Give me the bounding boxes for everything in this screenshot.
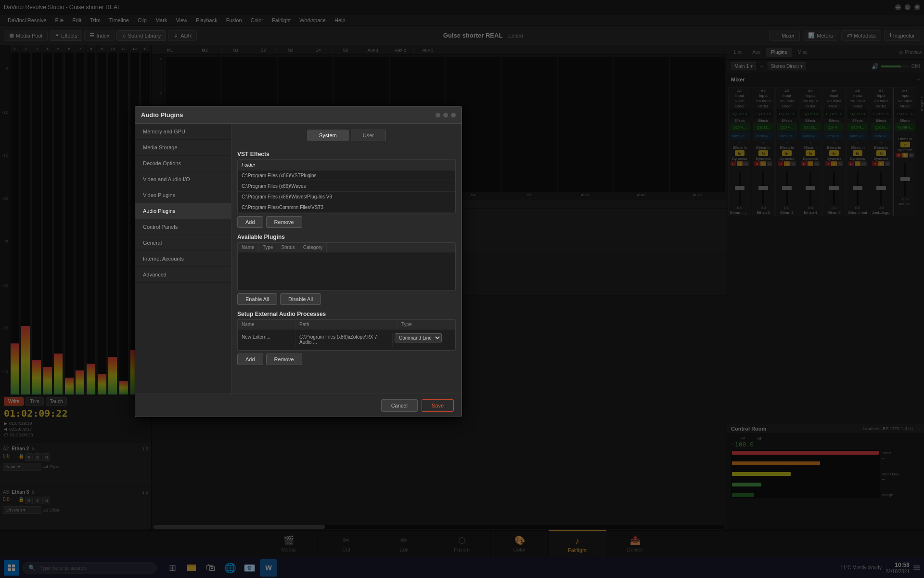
external-processes-table: Name Path Type New Extern... C:\Program …	[237, 319, 456, 351]
system-user-tabs: System User	[237, 130, 456, 141]
dialog-close-button[interactable]	[451, 113, 456, 118]
enable-all-button[interactable]: Enable All	[237, 293, 277, 305]
sidebar-media-storage[interactable]: Media Storage	[135, 140, 231, 156]
folder-vstplugins[interactable]: C:\Program Files (x86)\VSTPlugins	[238, 171, 455, 181]
ext-path: C:\Program Files (x86)\iZotope\RX 7 Audi…	[295, 332, 393, 347]
dialog-maximize-button[interactable]	[443, 113, 448, 118]
audio-plugins-dialog: Audio Plugins Memory and GPU Media Stora…	[135, 106, 462, 417]
remove-folder-button[interactable]: Remove	[266, 216, 302, 228]
ext-type: Command Line Other	[393, 332, 455, 347]
sidebar-general[interactable]: General	[135, 235, 231, 251]
sidebar-control-panels[interactable]: Control Panels	[135, 219, 231, 235]
sidebar-internet-accounts[interactable]: Internet Accounts	[135, 251, 231, 267]
dialog-body: Memory and GPU Media Storage Decode Opti…	[135, 124, 462, 394]
tab-user[interactable]: User	[351, 130, 386, 141]
tab-system[interactable]: System	[307, 130, 349, 141]
ext-type-select[interactable]: Command Line Other	[395, 333, 442, 342]
sidebar-advanced[interactable]: Advanced	[135, 267, 231, 283]
sidebar-memory-gpu[interactable]: Memory and GPU	[135, 124, 231, 140]
dialog-footer: Cancel Save	[135, 394, 462, 417]
folder-waves-v9[interactable]: C:\Program Files (x86)\Waves\Plug-Ins V9	[238, 192, 455, 202]
ext-header: Name Path Type	[238, 320, 455, 329]
dialog-content: System User VST Effects Folder C:\Progra…	[231, 124, 462, 394]
add-ext-button[interactable]: Add	[237, 354, 263, 365]
save-button[interactable]: Save	[422, 399, 454, 412]
plugins-table-header: Name Type Status Category	[238, 243, 455, 252]
sidebar-decode-options[interactable]: Decode Options	[135, 156, 231, 171]
ext-row-1: New Extern... C:\Program Files (x86)\iZo…	[238, 329, 455, 350]
vst-effects-section: VST Effects Folder C:\Program Files (x86…	[237, 151, 456, 228]
sidebar-audio-plugins[interactable]: Audio Plugins	[135, 203, 231, 219]
dialog-header: Audio Plugins	[135, 106, 462, 124]
folder-waves[interactable]: C:\Program Files (x86)\Waves	[238, 181, 455, 192]
dialog-sidebar: Memory and GPU Media Storage Decode Opti…	[135, 124, 231, 394]
available-plugins-section: Available Plugins Name Type Status Categ…	[237, 234, 456, 305]
disable-all-button[interactable]: Disable All	[280, 293, 321, 305]
remove-ext-button[interactable]: Remove	[266, 354, 302, 365]
external-processes-section: Setup External Audio Processes Name Path…	[237, 311, 456, 365]
folder-header: Folder	[238, 160, 455, 171]
dialog-minimize-button[interactable]	[436, 113, 440, 118]
add-folder-button[interactable]: Add	[237, 216, 263, 228]
sidebar-video-audio-io[interactable]: Video and Audio I/O	[135, 171, 231, 187]
folder-vst3[interactable]: C:\Program Files\Common Files\VST3	[238, 202, 455, 213]
dialog-window-controls	[436, 113, 456, 118]
folder-list: Folder C:\Program Files (x86)\VSTPlugins…	[237, 159, 456, 213]
sidebar-video-plugins[interactable]: Video Plugins	[135, 187, 231, 203]
plugins-table: Name Type Status Category	[237, 242, 456, 290]
modal-overlay: Audio Plugins Memory and GPU Media Stora…	[0, 0, 924, 578]
cancel-button[interactable]: Cancel	[381, 399, 418, 412]
ext-name: New Extern...	[238, 332, 295, 347]
